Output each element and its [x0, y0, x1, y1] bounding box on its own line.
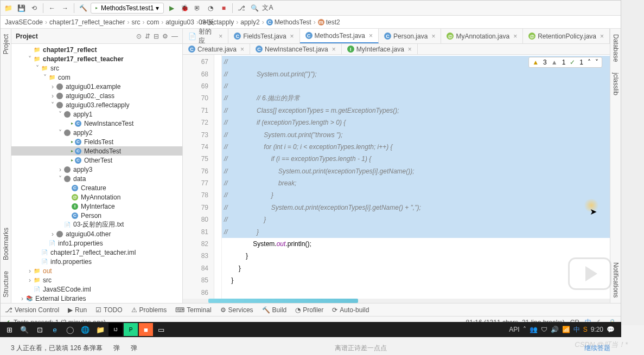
save-icon[interactable]: 💾 — [16, 3, 27, 14]
bottom-tool-build[interactable]: 🔨Build — [262, 306, 287, 314]
tree-row[interactable]: ˅📁chapter17_reflect_teacher — [11, 54, 182, 63]
rail-project[interactable]: Project — [2, 29, 10, 60]
bottom-tool-version-control[interactable]: ⎇Version Control — [5, 306, 59, 314]
editor-tab[interactable]: @MyAnnotation.java× — [441, 29, 523, 43]
rail-database[interactable]: Database — [612, 29, 620, 67]
tree-row[interactable]: 📄chapter17_reflect_teacher.iml — [11, 248, 182, 257]
tray-ime-icon[interactable]: 中 — [573, 325, 580, 334]
rail-notifications[interactable]: Notifications — [612, 257, 620, 303]
hide-icon[interactable]: — — [171, 33, 178, 40]
intellij-icon[interactable]: IJ — [109, 323, 123, 336]
back-icon[interactable]: ← — [47, 3, 58, 14]
inspection-widget[interactable]: ▲3 ▲1 ✓1 ˄ ˅ — [528, 57, 602, 68]
sync-icon[interactable]: ⟲ — [29, 3, 40, 14]
tree-row[interactable]: ›apply3 — [11, 165, 182, 174]
forward-icon[interactable]: → — [60, 3, 71, 14]
bottom-tool-terminal[interactable]: ⌨Terminal — [175, 306, 211, 314]
rail-structure[interactable]: Structure — [2, 266, 10, 303]
build-icon[interactable]: 🔨 — [78, 3, 88, 14]
tree-row[interactable]: ›📁out — [11, 266, 182, 275]
pycharm-icon[interactable]: P — [124, 323, 138, 336]
danmu-icon[interactable]: 弹 — [113, 344, 120, 353]
tree-row[interactable]: 📄JavaSECode.iml — [11, 285, 182, 294]
tray-people-icon[interactable]: 👥 — [530, 326, 538, 333]
settings-icon[interactable]: ⚙ — [162, 33, 168, 40]
tree-row[interactable]: CPerson — [11, 211, 182, 220]
bc-4[interactable]: atguigu03 — [165, 18, 194, 26]
close-icon[interactable]: × — [600, 33, 604, 40]
horizontal-scrollbar[interactable] — [183, 299, 610, 303]
tree-row[interactable]: @MyAnnotation — [11, 192, 182, 202]
bc-3[interactable]: com — [146, 18, 159, 26]
close-icon[interactable]: × — [369, 32, 373, 40]
close-icon[interactable]: × — [240, 46, 244, 53]
start-icon[interactable]: ⊞ — [2, 323, 16, 336]
tree-row[interactable]: 📄03-反射的应用.txt — [11, 220, 182, 229]
tree-row[interactable]: ˅atguigu03.reflectapply — [11, 100, 182, 109]
translate-icon[interactable]: 文A — [262, 3, 273, 14]
notif-icon[interactable]: 💬 — [607, 326, 615, 333]
code-editor[interactable]: 6768697071727374757677787980818283848586… — [183, 55, 610, 299]
tree-row[interactable]: CCreature — [11, 183, 182, 192]
tray-up-icon[interactable]: ˄ — [523, 326, 526, 333]
continue-link[interactable]: 继续答题 — [584, 344, 610, 353]
editor-tab[interactable]: CPerson.java× — [379, 29, 441, 43]
open-icon[interactable]: 📁 — [3, 3, 14, 14]
tree-row[interactable]: ▸COtherTest — [11, 156, 182, 165]
danmu-toggle-icon[interactable]: 弹 — [131, 344, 137, 353]
project-tree[interactable]: 📁chapter17_reflect˅📁chapter17_reflect_te… — [11, 44, 182, 303]
close-icon[interactable]: × — [513, 33, 517, 40]
vcs-icon[interactable]: ⎇ — [236, 3, 247, 14]
tree-row[interactable]: ›atguigu02._class — [11, 91, 182, 100]
close-icon[interactable]: × — [219, 33, 222, 40]
tree-row[interactable]: ˅📁src — [11, 63, 182, 73]
fold-column[interactable] — [214, 55, 222, 299]
editor-tab[interactable]: @RetentionPolicy.java× — [523, 29, 610, 43]
bottom-tool-problems[interactable]: ⚠Problems — [131, 306, 167, 314]
tree-row[interactable]: ▸CFieldsTest — [11, 137, 182, 146]
bc-6[interactable]: apply2 — [240, 18, 259, 26]
rail-jclasslib[interactable]: jclasslib — [612, 67, 620, 101]
editor-tab[interactable]: CNewInstanceTest.java× — [250, 44, 342, 54]
coverage-icon[interactable]: ⛨ — [192, 3, 203, 14]
debug-icon[interactable]: 🐞 — [179, 3, 190, 14]
editor-tab[interactable]: IMyInterface.java× — [342, 44, 418, 54]
stop-icon[interactable]: ■ — [218, 3, 229, 14]
tree-row[interactable]: 📁chapter17_reflect — [11, 45, 182, 54]
line-gutter[interactable]: 6768697071727374757677787980818283848586 — [183, 55, 214, 299]
chevron-up-icon[interactable]: ˄ — [588, 59, 591, 66]
video-play-overlay[interactable] — [568, 257, 611, 290]
tree-row[interactable]: 📄info.properties — [11, 257, 182, 266]
editor-tab[interactable]: CCreature.java× — [183, 44, 250, 54]
bottom-tool-run[interactable]: ▶Run — [68, 306, 87, 314]
tree-row[interactable]: ›📁src — [11, 275, 182, 285]
app2-icon[interactable]: ■ — [139, 323, 153, 336]
tray-net-icon[interactable]: 📶 — [562, 326, 570, 333]
run-icon[interactable]: ▶ — [166, 3, 177, 14]
rail-bookmarks[interactable]: Bookmarks — [2, 222, 10, 266]
bottom-tool-services[interactable]: ⚙Services — [220, 306, 253, 314]
select-opened-icon[interactable]: ⊙ — [136, 33, 142, 40]
chevron-down-icon[interactable]: ˅ — [595, 59, 598, 66]
tray-shield-icon[interactable]: 🛡 — [541, 326, 547, 333]
bc-0[interactable]: JavaSECode — [5, 18, 43, 26]
tree-row[interactable]: ›atguigu04.other — [11, 229, 182, 238]
tree-row[interactable]: ▸CMethodsTest — [11, 146, 182, 156]
tree-row[interactable]: 📄info1.properties — [11, 238, 182, 248]
system-tray[interactable]: API ˄ 👥 🛡 🔊 📶 中 S 9:20 💬 — [509, 325, 619, 334]
search-icon[interactable]: 🔍 — [17, 323, 31, 336]
bc-class[interactable]: CMethodsTest — [266, 18, 311, 26]
edge-icon[interactable]: e — [48, 323, 62, 336]
tree-row[interactable]: IMyInterface — [11, 202, 182, 211]
taskview-icon[interactable]: ⊡ — [33, 323, 47, 336]
close-icon[interactable]: × — [431, 33, 435, 40]
bc-1[interactable]: chapter17_reflect_teacher — [49, 18, 125, 26]
editor-tab[interactable]: CMethodsTest.java× — [300, 29, 379, 43]
tree-row[interactable]: ›📚External Libraries — [11, 294, 182, 303]
tree-row[interactable]: ˅📁com — [11, 73, 182, 82]
bottom-tool-profiler[interactable]: ◔Profiler — [295, 306, 323, 314]
profile-icon[interactable]: ◔ — [205, 3, 216, 14]
tree-row[interactable]: ˅data — [11, 174, 182, 183]
editor-tab[interactable]: CFieldsTest.java× — [228, 29, 299, 43]
tray-s-icon[interactable]: S — [583, 326, 588, 333]
